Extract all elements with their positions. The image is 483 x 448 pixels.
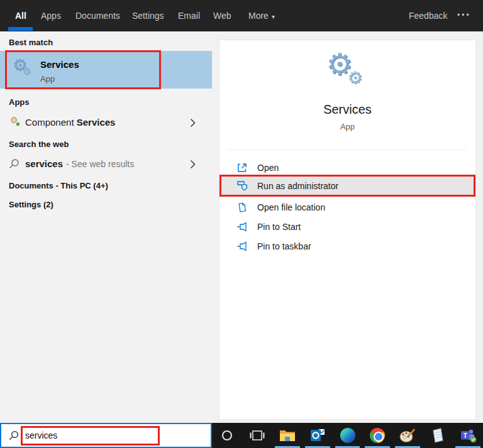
edge-button[interactable] [333, 423, 363, 448]
best-match-subtitle: App [40, 74, 55, 84]
action-label: Open [257, 163, 279, 173]
file-explorer-button[interactable] [272, 423, 303, 448]
file-location-icon [236, 202, 248, 213]
teams-icon: T [460, 429, 477, 443]
tab-email[interactable]: Email [178, 11, 200, 21]
active-tab-indicator [8, 27, 33, 31]
web-suffix: - See web results [66, 159, 134, 169]
services-app-icon: ⚙ ⚙ [325, 54, 370, 93]
web-query: services [25, 158, 63, 169]
cortana-icon [222, 430, 232, 440]
action-pin-to-start[interactable]: Pin to Start [219, 217, 475, 236]
tab-web[interactable]: Web [213, 11, 231, 21]
search-icon [8, 430, 19, 442]
action-label: Open file location [257, 202, 325, 212]
search-icon [8, 158, 20, 170]
result-label: services- See web results [25, 158, 134, 169]
file-explorer-icon [279, 429, 296, 442]
action-open-file-location[interactable]: Open file location [219, 198, 475, 217]
admin-shield-icon [236, 180, 248, 192]
search-input[interactable] [25, 429, 151, 442]
result-web-search[interactable]: services- See web results [0, 153, 212, 176]
pin-icon [236, 241, 248, 252]
app-subtitle: App [219, 122, 475, 131]
pin-icon [236, 221, 248, 232]
chevron-down-icon: ▾ [272, 13, 275, 20]
apps-header: Apps [9, 97, 30, 107]
notes-icon [431, 428, 445, 443]
feedback-button[interactable]: Feedback [409, 11, 447, 21]
component-dot [16, 123, 19, 126]
overflow-menu-icon[interactable]: ••• [457, 11, 471, 19]
gear-small-icon: ⚙ [23, 65, 31, 77]
search-results-panel: Best match ⚙ ⚙ Services App Apps ⚙ Compo… [0, 31, 212, 423]
divider [228, 150, 467, 150]
tab-apps[interactable]: Apps [41, 11, 61, 21]
best-match-row[interactable]: ⚙ ⚙ Services App [0, 51, 212, 89]
tab-settings[interactable]: Settings [132, 11, 164, 21]
chevron-right-icon[interactable] [190, 118, 196, 128]
notes-button[interactable] [423, 423, 453, 448]
app-detail-panel: ⚙ ⚙ Services App Open Run as administrat… [219, 40, 476, 420]
result-component-services[interactable]: ⚙ Component Services [0, 112, 212, 134]
app-title: Services [219, 102, 475, 117]
open-icon [236, 162, 248, 173]
settings-header[interactable]: Settings (2) [9, 200, 53, 209]
task-view-icon [250, 430, 265, 441]
taskbar-icons: T [212, 423, 483, 448]
svg-text:T: T [463, 432, 467, 439]
chrome-button[interactable] [362, 423, 392, 448]
label-prefix: Component [25, 117, 74, 128]
component-services-icon: ⚙ [10, 117, 20, 128]
action-label: Pin to taskbar [257, 241, 311, 251]
action-run-as-administrator[interactable]: Run as administrator [219, 175, 475, 197]
paint-icon [399, 428, 416, 443]
tab-more-label: More [248, 11, 269, 21]
documents-header[interactable]: Documents - This PC (4+) [9, 181, 108, 190]
outlook-icon [310, 429, 325, 442]
gear-small-icon: ⚙ [348, 68, 363, 88]
chevron-right-icon[interactable] [190, 160, 196, 169]
tab-all[interactable]: All [15, 11, 26, 21]
search-filter-bar: All Apps Documents Settings Email Web Mo… [0, 0, 483, 31]
result-label: Component Services [25, 117, 115, 128]
task-view-button[interactable] [242, 423, 272, 448]
teams-button[interactable]: T [453, 423, 483, 448]
tab-documents[interactable]: Documents [75, 11, 120, 21]
best-match-title: Services [40, 59, 79, 70]
taskbar-search-box[interactable] [0, 423, 212, 448]
taskbar: T [0, 423, 483, 448]
edge-icon [340, 428, 355, 443]
paint-button[interactable] [392, 423, 423, 448]
search-web-header: Search the web [9, 139, 69, 149]
cortana-button[interactable] [212, 423, 242, 448]
services-gear-icon: ⚙ ⚙ [13, 57, 36, 81]
action-label: Pin to Start [257, 222, 301, 232]
action-pin-to-taskbar[interactable]: Pin to taskbar [219, 237, 475, 256]
action-label: Run as administrator [257, 181, 338, 191]
best-match-header: Best match [9, 38, 53, 47]
label-match: Services [77, 117, 116, 128]
chrome-icon [370, 428, 385, 443]
tab-more[interactable]: More▾ [248, 11, 275, 21]
outlook-button[interactable] [303, 423, 333, 448]
